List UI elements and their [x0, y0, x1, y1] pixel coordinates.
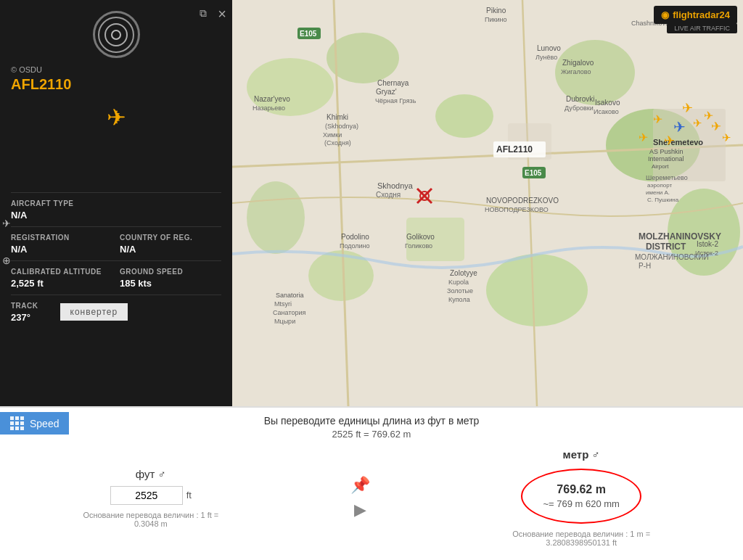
speed-tab-label: Speed — [30, 418, 59, 429]
altitude-value: 2,525 ft — [11, 278, 112, 289]
svg-text:Zhigalovo: Zhigalovo — [562, 59, 594, 67]
registration-row: REGISTRATION N/A COUNTRY OF REG. N/A — [11, 226, 221, 260]
svg-text:Pikino: Pikino — [486, 7, 506, 15]
svg-text:Исток-2: Исток-2 — [695, 250, 718, 257]
svg-text:имени А.: имени А. — [646, 189, 670, 196]
svg-text:DISTRICT: DISTRICT — [646, 242, 686, 252]
svg-text:Chernaya: Chernaya — [377, 79, 409, 87]
svg-text:✈: ✈ — [673, 119, 686, 135]
svg-text:Skhodnya: Skhodnya — [377, 181, 414, 190]
grid-icon — [10, 416, 24, 430]
svg-text:Чёрная Грязь: Чёрная Грязь — [375, 97, 416, 104]
svg-text:Golikovo: Golikovo — [406, 233, 435, 241]
speed-tab[interactable]: Speed — [0, 412, 69, 435]
copyright-label: © OSDU — [11, 65, 221, 74]
registration-value: N/A — [11, 244, 112, 255]
svg-text:Istok-2: Istok-2 — [697, 240, 718, 248]
svg-text:Zolotyye: Zolotyye — [450, 269, 477, 277]
svg-text:Санатория: Санатория — [273, 309, 305, 316]
svg-text:аэропорт: аэропорт — [647, 182, 672, 189]
svg-text:Sanatoria: Sanatoria — [276, 292, 304, 299]
flight-info-panel: © OSDU AFL2110 × ⧉ ✈ AIRCRAFT TYPE N/A R… — [0, 0, 232, 406]
svg-text:(Сходня): (Сходня) — [324, 139, 351, 147]
svg-point-3 — [435, 94, 493, 138]
result-box: 769.62 m ~= 769 m 620 mm — [521, 469, 641, 524]
svg-text:Podolino: Podolino — [341, 233, 369, 241]
external-link-icon[interactable]: ⧉ — [200, 7, 207, 20]
svg-text:С. Пушкина: С. Пушкина — [647, 197, 679, 203]
ground-speed-label: GROUND SPEED — [120, 267, 221, 276]
result-approx: ~= 769 m 620 mm — [543, 498, 620, 509]
svg-point-7 — [486, 254, 588, 326]
aircraft-type-value: N/A — [11, 210, 221, 221]
svg-text:International: International — [648, 155, 684, 162]
svg-text:(Skhodnya): (Skhodnya) — [325, 123, 358, 130]
svg-text:Пикино: Пикино — [485, 16, 506, 23]
svg-text:E105: E105 — [300, 30, 317, 38]
to-unit-label: метр ♂ — [563, 448, 600, 461]
svg-text:Дубровки: Дубровки — [565, 104, 594, 112]
aircraft-type-row: AIRCRAFT TYPE N/A — [11, 192, 221, 226]
registration-label: REGISTRATION — [11, 233, 112, 242]
svg-text:Sheremetevo: Sheremetevo — [653, 138, 703, 147]
svg-text:Жигалово: Жигалово — [561, 68, 591, 75]
svg-text:✈: ✈ — [653, 113, 662, 125]
svg-text:NOVOPODREZKOVO: NOVOPODREZKOVO — [486, 197, 559, 205]
svg-text:Lunovo: Lunovo — [537, 44, 561, 52]
track-value: 237° — [11, 312, 38, 323]
plane-side-icon[interactable]: ✈ — [2, 218, 11, 229]
conversion-arrows: 📌 ▶ — [350, 476, 370, 519]
svg-text:Gryaz': Gryaz' — [376, 88, 397, 96]
from-unit-section: фут ♂ ft Основание перевода величин : 1 … — [78, 468, 223, 528]
from-value-input[interactable] — [110, 486, 183, 505]
converter-subtitle: 2525 ft = 769.62 m — [15, 429, 728, 440]
altitude-speed-row: CALIBRATED ALTITUDE 2,525 ft GROUND SPEE… — [11, 260, 221, 295]
altitude-label: CALIBRATED ALTITUDE — [11, 267, 112, 276]
aircraft-icon: ✈ — [107, 104, 126, 131]
fr24-subtitle: LIVE AIR TRAFFIC — [667, 23, 737, 33]
svg-text:Исаково: Исаково — [594, 108, 619, 115]
track-label: TRACK — [11, 301, 38, 310]
from-unit-label: фут ♂ — [136, 468, 166, 480]
svg-text:AFL2110: AFL2110 — [496, 144, 533, 155]
svg-text:Isakovo: Isakovo — [595, 99, 620, 107]
flight-details: AIRCRAFT TYPE N/A REGISTRATION N/A COUNT… — [0, 192, 232, 329]
svg-text:Airport: Airport — [652, 163, 669, 170]
fr24-target-icon: ◉ — [661, 9, 669, 20]
svg-text:Nazar'yevo: Nazar'yevo — [254, 95, 290, 103]
fr24-logo: ◉ flightradar24 — [654, 6, 737, 24]
flight-id-label: AFL2110 — [11, 76, 221, 93]
svg-text:✈: ✈ — [722, 131, 731, 144]
svg-text:E105: E105 — [525, 169, 542, 177]
to-base-text: Основание перевода величин : 1 m = 3.280… — [498, 530, 665, 547]
svg-text:Mtsyri: Mtsyri — [274, 300, 292, 308]
svg-text:Назарьево: Назарьево — [253, 104, 285, 112]
svg-text:Подолино: Подолино — [340, 242, 370, 250]
settings-side-icon[interactable]: ⊕ — [2, 255, 11, 266]
ground-speed-value: 185 kts — [120, 278, 221, 289]
track-row: TRACK 237° конвертер — [11, 295, 221, 329]
svg-text:Лунёво: Лунёво — [535, 54, 557, 61]
close-button[interactable]: × — [218, 6, 226, 22]
country-label: COUNTRY OF REG. — [120, 233, 221, 242]
map-area: Чашниково Chashnikovo Sheremetevo AS Pus… — [232, 0, 743, 406]
fr24-brand-text: flightradar24 — [673, 9, 730, 20]
converter-title: Вы переводите единицы длина из фут в мет… — [15, 415, 728, 427]
from-base-text: Основание перевода величин : 1 ft = 0.30… — [82, 511, 220, 528]
svg-text:✈: ✈ — [693, 117, 702, 129]
svg-text:Сходня: Сходня — [376, 191, 401, 199]
svg-text:AS Pushkin: AS Pushkin — [649, 148, 684, 155]
svg-text:НОВОПОДРЕЗКОВО: НОВОПОДРЕЗКОВО — [485, 206, 549, 213]
svg-text:Химки: Химки — [323, 131, 342, 139]
result-value: 769.62 m — [543, 483, 620, 496]
aircraft-type-label: AIRCRAFT TYPE — [11, 199, 221, 208]
svg-text:Купола: Купола — [448, 296, 470, 303]
svg-text:Мцыри: Мцыри — [274, 318, 295, 325]
pushpin-icon: 📌 — [350, 476, 370, 495]
svg-text:Золотые: Золотые — [447, 287, 473, 295]
converter-panel: Вы переводите единицы длина из фут в мет… — [0, 406, 743, 560]
svg-text:Kupola: Kupola — [448, 279, 469, 286]
converter-button[interactable]: конвертер — [60, 303, 128, 321]
svg-text:Голиково: Голиково — [405, 242, 432, 250]
svg-point-9 — [247, 181, 305, 254]
